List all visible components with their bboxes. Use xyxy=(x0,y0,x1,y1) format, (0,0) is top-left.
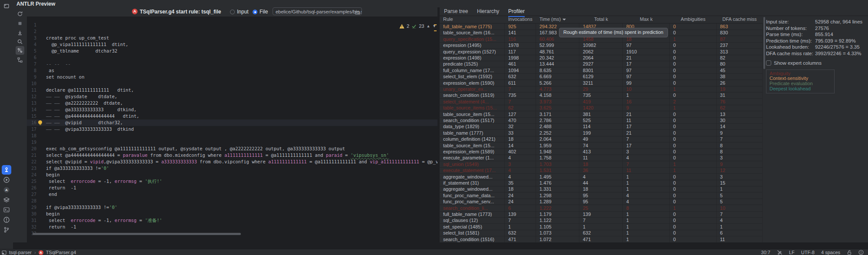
status-project[interactable]: tsql-parser xyxy=(9,250,32,255)
next-problem-icon[interactable]: ▼ xyxy=(432,24,436,28)
line-number[interactable]: 31 xyxy=(27,217,36,224)
table-row[interactable]: func_proc_name_serv...241.28995405 xyxy=(440,199,763,205)
code-line[interactable]: 1 xyxy=(27,22,437,28)
table-row[interactable]: search_condition (1516)4711.0724711011 xyxy=(440,236,763,242)
expert-columns-checkbox[interactable] xyxy=(766,60,771,66)
table-row[interactable]: data_type (1829)322.48811417014 xyxy=(440,123,763,130)
code-line[interactable]: 25 select errorcode = -1, errormsg = '执行… xyxy=(27,178,437,185)
table-row[interactable]: func_proc_name_data...241.29895405 xyxy=(440,192,763,199)
code-line[interactable]: 19 xyxy=(27,139,437,146)
unlocked-icon[interactable] xyxy=(847,250,852,255)
line-number[interactable]: 19 xyxy=(27,139,36,146)
hierarchy-icon[interactable] xyxy=(16,56,24,64)
code-line[interactable]: 9set nocount on xyxy=(27,74,437,80)
code-line[interactable]: 2 xyxy=(27,28,437,35)
line-number[interactable]: 22 xyxy=(27,159,36,165)
table-row[interactable]: sql_union (1549)31.70318719 xyxy=(440,161,763,168)
line-number[interactable]: 23 xyxy=(27,165,36,172)
table-row[interactable]: sql_clauses (12)71.1227104 xyxy=(440,217,763,224)
column-header[interactable]: Total k xyxy=(579,16,623,23)
inspections-widget[interactable]: 2 23 ▲ ▼ xyxy=(399,23,436,30)
column-header[interactable]: Time (ms) xyxy=(536,16,579,23)
code-line[interactable]: 3create proc up_com_test xyxy=(27,35,437,41)
table-row[interactable]: aggregate_windowed...41.4954103 xyxy=(440,174,763,180)
code-line[interactable]: 15—— —— @a4444444444444444 dtint, xyxy=(27,113,437,119)
highlight-off-icon[interactable] xyxy=(777,250,783,255)
code-line[interactable]: 6 xyxy=(27,54,437,61)
table-row[interactable]: if_statement (31)351.476441015 xyxy=(440,180,763,186)
table-row[interactable]: unary_operator_ex...74.7732910119 xyxy=(440,86,763,93)
code-line[interactable]: 26 return -1 xyxy=(27,185,437,191)
line-number[interactable]: 12 xyxy=(27,93,36,100)
vertical-scrollbar[interactable] xyxy=(763,17,765,69)
line-number[interactable]: 10 xyxy=(27,80,36,87)
line-number[interactable]: 28 xyxy=(27,198,36,204)
status-file[interactable]: TSqlParser.g4 xyxy=(46,250,76,255)
table-row[interactable]: table_name (1777)332.2521992109 xyxy=(440,130,763,136)
line-number[interactable]: 25 xyxy=(27,178,36,185)
antlr-logo-icon[interactable]: A xyxy=(2,185,11,195)
run-icon[interactable] xyxy=(2,175,11,185)
line-ending[interactable]: LF xyxy=(789,250,795,255)
code-line[interactable]: 28 xyxy=(27,198,437,204)
code-line[interactable]: 13—— —— @a2222222222 dtdate, xyxy=(27,100,437,106)
line-number[interactable]: 16 xyxy=(27,119,36,126)
layers-icon[interactable] xyxy=(2,195,11,205)
info-circle-icon[interactable] xyxy=(858,250,864,255)
line-number[interactable]: 8 xyxy=(27,67,36,74)
code-line[interactable]: 12—— —— @sysdate dtdate, xyxy=(27,93,437,100)
code-line[interactable]: 23if @a333333333333 !='0' xyxy=(27,165,437,172)
file-radio[interactable] xyxy=(253,10,257,14)
stop-icon[interactable] xyxy=(16,19,24,28)
code-line[interactable]: 24begin xyxy=(27,172,437,178)
profiler-icon[interactable] xyxy=(16,46,24,55)
code-line[interactable]: 29if @vipa333333333333 !='0' xyxy=(27,204,437,211)
prev-problem-icon[interactable]: ▲ xyxy=(426,24,430,28)
code-line[interactable]: 7-- -- -- xyxy=(27,61,437,67)
table-row[interactable]: table_source_item (15...1273.17138121013 xyxy=(440,111,763,118)
line-number[interactable]: 27 xyxy=(27,191,36,198)
code-line[interactable]: 4 @p_vipa1111111111111 dtint, xyxy=(27,41,437,48)
table-row[interactable]: expression_elem (1590)6115.266321199026 xyxy=(440,80,763,86)
table-row[interactable]: query_expression (1527)11748.76120621910… xyxy=(440,49,763,55)
code-line[interactable]: 22select @vipid = vipid,@vipa33333333333… xyxy=(27,159,437,165)
line-number[interactable]: 2 xyxy=(27,28,36,35)
table-row[interactable]: predicate (1525)46113.444292717080 xyxy=(440,61,763,67)
line-number[interactable]: 17 xyxy=(27,126,36,132)
code-line[interactable]: 21select @a4444444444444444 = paravalue … xyxy=(27,152,437,159)
code-line[interactable]: 31 select errorcode = -1, errormsg = '准备… xyxy=(27,217,437,224)
line-number[interactable]: 20 xyxy=(27,146,36,152)
file-radio-label[interactable]: File xyxy=(260,9,268,15)
project-icon[interactable] xyxy=(2,1,11,11)
line-number[interactable]: 32 xyxy=(27,224,36,230)
code-line[interactable]: 8 as xyxy=(27,67,437,74)
horizontal-scrollbar[interactable] xyxy=(33,233,241,235)
table-row[interactable]: select_list_elem (1592)6326.669612997038 xyxy=(440,73,763,80)
input-radio-label[interactable]: Input xyxy=(237,9,249,15)
line-number[interactable]: 5 xyxy=(27,48,36,54)
code-line[interactable]: 32 return -1 xyxy=(27,224,437,230)
table-row[interactable]: table_source_items (15...623.62514209162 xyxy=(440,105,763,111)
table-row[interactable]: expression_elem (1589)4021.948413308 xyxy=(440,149,763,155)
table-row[interactable]: full_table_name (1773)1391.179139107 xyxy=(440,211,763,218)
line-number[interactable]: 1 xyxy=(27,22,36,28)
table-row[interactable]: execute_parameter (1...41.75811403 xyxy=(440,155,763,161)
table-row[interactable]: search_condition (1519)7354.1587351031 xyxy=(440,92,763,99)
table-row[interactable]: expression (1498)199820.342206421082 xyxy=(440,55,763,61)
intention-bulb-icon[interactable] xyxy=(38,120,42,124)
line-number[interactable]: 7 xyxy=(27,61,36,67)
line-number[interactable]: 21 xyxy=(27,152,36,159)
code-line[interactable]: 16—— —— @vipid dtchar32, xyxy=(27,119,437,126)
line-number[interactable]: 3 xyxy=(27,35,36,41)
table-row[interactable]: full_column_name (17...10948.63583019704… xyxy=(440,67,763,74)
code-editor[interactable]: 123create proc up_com_test4 @p_vipa11111… xyxy=(27,17,437,242)
code-line[interactable]: 14—— —— @a333333333333 dtkind, xyxy=(27,106,437,113)
table-row[interactable]: search_condition_li...61.222258110 xyxy=(440,205,763,212)
table-row[interactable]: select_list (1581)6321.073632106 xyxy=(440,230,763,236)
table-row[interactable]: expression (1495)197852.99910982970237 xyxy=(440,42,763,49)
input-radio[interactable] xyxy=(230,10,235,14)
download-icon[interactable] xyxy=(16,29,24,37)
line-number[interactable]: 4 xyxy=(27,41,36,48)
line-number[interactable]: 29 xyxy=(27,204,36,211)
line-number[interactable]: 14 xyxy=(27,106,36,113)
